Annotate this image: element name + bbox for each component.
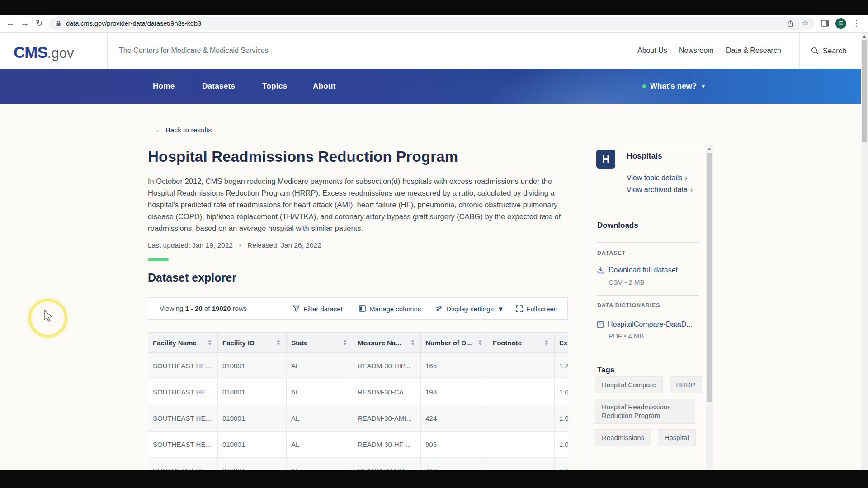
tags-heading: Tags <box>597 366 614 375</box>
meta-separator: • <box>239 243 241 249</box>
table-row[interactable]: SOUTHEAST HE...010001ALREADM-30-HF-...90… <box>148 432 568 458</box>
dataset-label: DATASET <box>597 250 626 256</box>
mouse-cursor <box>42 309 52 324</box>
back-link-label: Back to results <box>166 126 212 134</box>
lock-icon <box>56 20 61 28</box>
bookmark-star-icon[interactable]: ☆ <box>802 19 808 27</box>
filter-icon <box>293 305 300 312</box>
filter-dataset-button[interactable]: Filter dataset <box>293 298 343 319</box>
tag-chip[interactable]: Readmissions <box>595 429 651 446</box>
header-divider <box>107 33 108 69</box>
page: CMS.gov The Centers for Medicare & Medic… <box>0 33 861 470</box>
column-header-facility-id[interactable]: Facility ID <box>218 333 287 352</box>
dataset-meta: Last updated: Jan 19, 2022•Released: Jan… <box>148 241 321 249</box>
primary-navbar: Home Datasets Topics About What's new? ▼ <box>0 69 861 104</box>
dataset-description: In October 2012, CMS began reducing Medi… <box>148 175 571 234</box>
header-divider <box>799 33 800 69</box>
nav-item-about[interactable]: About <box>313 69 336 104</box>
green-accent-bar <box>148 258 169 261</box>
column-header-measure-name[interactable]: Measure Na... <box>353 333 421 352</box>
table-row[interactable]: SOUTHEAST HE...010001ALREADM-30-CA...193… <box>148 379 568 405</box>
view-archived-data-link[interactable]: View archived data› <box>627 186 693 194</box>
side-panel-icon[interactable] <box>821 20 829 28</box>
data-dictionary-link[interactable]: HospitalCompare-DataD... <box>597 320 693 328</box>
column-header-excess[interactable]: Ex... <box>555 333 568 352</box>
nav-item-datasets[interactable]: Datasets <box>202 69 235 104</box>
table-row[interactable]: SOUTHEAST HE...010001ALREADM-30-CO...310… <box>148 458 568 470</box>
scrollbar-thumb[interactable] <box>707 153 712 402</box>
dataset-file-meta: CSV • 2 MB <box>609 278 644 286</box>
sort-icon <box>478 339 482 346</box>
site-tagline: The Centers for Medicare & Medicaid Serv… <box>119 33 269 69</box>
last-updated: Last updated: Jan 19, 2022 <box>148 241 233 249</box>
whats-new-dropdown[interactable]: What's new? ▼ <box>642 69 706 104</box>
fullscreen-icon <box>516 305 523 312</box>
search-icon <box>811 47 819 55</box>
table-header-row: Facility Name Facility ID State Measure … <box>148 332 568 353</box>
browser-forward-icon[interactable]: → <box>19 18 31 29</box>
sort-icon <box>410 339 415 346</box>
scroll-up-arrow-icon[interactable] <box>708 148 711 150</box>
sidebar-panel: H Hospitals View topic details› View arc… <box>588 145 714 470</box>
tag-chip[interactable]: Hospital Readmissions Reduction Program <box>595 399 695 424</box>
url-text: data.cms.gov/provider-data/dataset/9n3s-… <box>66 17 201 30</box>
sort-icon <box>208 339 212 346</box>
column-header-state[interactable]: State <box>287 333 353 352</box>
header-link-newsroom[interactable]: Newsroom <box>679 33 713 69</box>
tag-chip[interactable]: Hospital <box>658 429 696 446</box>
manage-columns-button[interactable]: Manage columns <box>359 298 421 319</box>
document-icon <box>597 321 604 328</box>
chevron-down-icon: ▼ <box>497 305 504 313</box>
sort-icon <box>343 339 347 346</box>
site-header: CMS.gov The Centers for Medicare & Medic… <box>0 33 861 69</box>
search-button[interactable]: Search <box>811 33 846 69</box>
browser-menu-icon[interactable]: ⋮ <box>853 18 860 29</box>
tag-chip[interactable]: HRRP <box>670 376 703 393</box>
browser-back-icon[interactable]: ← <box>5 18 16 29</box>
green-dot-icon <box>642 84 646 88</box>
tag-chip[interactable]: Hospital Compare <box>595 376 663 393</box>
view-topic-details-link[interactable]: View topic details› <box>627 174 688 182</box>
header-link-about-us[interactable]: About Us <box>637 33 667 69</box>
download-icon <box>597 267 604 274</box>
nav-item-home[interactable]: Home <box>153 69 175 104</box>
share-icon[interactable] <box>787 20 794 29</box>
screen: ← → ↻ data.cms.gov/provider-data/dataset… <box>0 0 868 488</box>
header-link-data-research[interactable]: Data & Research <box>726 33 781 69</box>
nav-item-topics[interactable]: Topics <box>262 69 287 104</box>
page-scrollbar[interactable] <box>861 33 868 470</box>
table-row[interactable]: SOUTHEAST HE...010001ALREADM-30-AMI...42… <box>148 405 568 432</box>
sliders-icon <box>435 305 443 312</box>
data-dictionaries-label: DATA DICTIONARIES <box>597 302 660 309</box>
tag-list: Hospital Compare HRRP Hospital Readmissi… <box>595 376 709 451</box>
browser-window: ← → ↻ data.cms.gov/provider-data/dataset… <box>0 15 868 470</box>
display-settings-button[interactable]: Display settings ▼ <box>435 298 504 319</box>
browser-reload-icon[interactable]: ↻ <box>33 18 45 29</box>
fullscreen-button[interactable]: Fullscreen <box>516 298 557 319</box>
sort-icon <box>544 339 549 346</box>
sort-icon <box>276 339 281 346</box>
back-to-results-link[interactable]: ← Back to results <box>155 126 212 134</box>
column-header-number-of-discharges[interactable]: Number of D... <box>421 333 488 352</box>
columns-icon <box>359 305 366 312</box>
dataset-toolbar: Viewing 1 - 20 of 19020 rows Filter data… <box>148 297 568 320</box>
table-row[interactable]: SOUTHEAST HE...010001ALREADM-30-HIP...16… <box>148 353 568 379</box>
column-header-footnote[interactable]: Footnote <box>488 333 555 352</box>
scroll-up-arrow-icon[interactable] <box>863 35 866 38</box>
address-bar[interactable]: data.cms.gov/provider-data/dataset/9n3s-… <box>49 17 815 30</box>
chevron-right-icon: › <box>690 187 693 193</box>
download-full-dataset-link[interactable]: Download full dataset <box>597 266 678 274</box>
viewing-status: Viewing 1 - 20 of 19020 rows <box>160 298 247 319</box>
search-label: Search <box>823 47 846 55</box>
browser-profile-avatar[interactable]: E <box>835 18 846 29</box>
cms-logo[interactable]: CMS.gov <box>14 43 74 61</box>
column-header-facility-name[interactable]: Facility Name <box>148 333 218 352</box>
sidebar-scrollbar[interactable] <box>706 145 713 470</box>
divider <box>597 295 699 296</box>
chevron-right-icon: › <box>685 175 687 181</box>
scrollbar-thumb[interactable] <box>862 40 867 142</box>
chevron-down-icon: ▼ <box>701 84 706 89</box>
divider <box>597 242 699 243</box>
released-date: Released: Jan 26, 2022 <box>247 241 321 249</box>
dataset-table: Facility Name Facility ID State Measure … <box>148 332 568 470</box>
